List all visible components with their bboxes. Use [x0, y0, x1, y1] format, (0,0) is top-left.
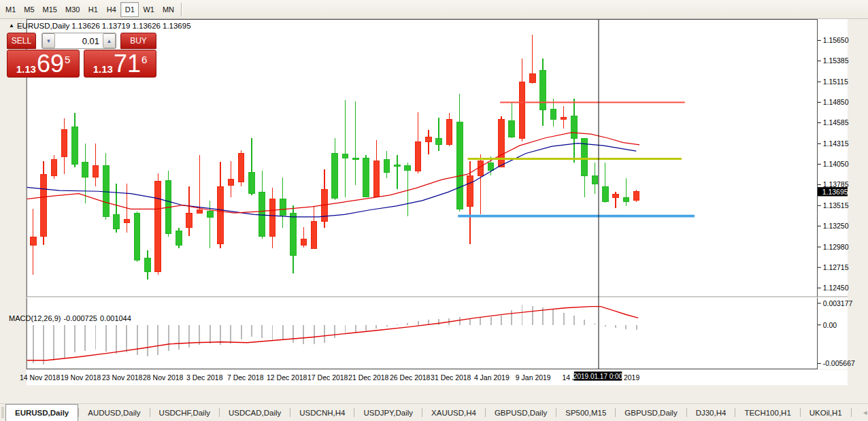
svg-text:14 Nov 2018: 14 Nov 2018 [20, 374, 61, 382]
macd-name: MACD(12,26,9) [9, 314, 61, 322]
svg-text:1.14050: 1.14050 [823, 161, 849, 168]
tabbar-grip[interactable] [1, 407, 4, 418]
svg-text:1.15115: 1.15115 [823, 78, 848, 86]
svg-text:21 Dec 2018: 21 Dec 2018 [348, 374, 389, 382]
timeframe-button-h1[interactable]: H1 [84, 2, 102, 17]
timeframe-button-mn[interactable]: MN [158, 2, 178, 17]
svg-text:7 Dec 2018: 7 Dec 2018 [227, 374, 264, 382]
timeframe-button-d1[interactable]: D1 [120, 2, 139, 17]
svg-text:2019: 2019 [624, 374, 639, 382]
sell-price-big: 69 [37, 54, 64, 74]
svg-text:1.15385: 1.15385 [823, 57, 849, 65]
volume-increase-button[interactable]: ▲ [103, 33, 116, 48]
svg-text:1.13250: 1.13250 [823, 222, 849, 230]
macd-value2: 0.001044 [100, 314, 131, 322]
macd-indicator-label: MACD(12,26,9)-0.0007250.001044 [9, 314, 134, 322]
svg-text:1.14585: 1.14585 [823, 119, 849, 127]
svg-text:1.14315: 1.14315 [823, 140, 849, 148]
tab-scroll-arrows: ◄ ► [851, 404, 868, 421]
chart-tab-gbpusd-daily[interactable]: GBPUSD,Daily [616, 404, 686, 421]
chart-tab-xauusd-h4[interactable]: XAUUSD,H4 [422, 404, 485, 421]
svg-text:28 Nov 2018: 28 Nov 2018 [143, 374, 184, 382]
svg-text:9 Jan 2019: 9 Jan 2019 [516, 374, 551, 382]
timeframe-button-m1[interactable]: M1 [1, 2, 20, 17]
buy-button[interactable]: BUY [120, 33, 156, 49]
timeframe-button-w1[interactable]: W1 [139, 2, 158, 17]
chart-tab-usdjpy-daily[interactable]: USDJPY,Daily [354, 404, 422, 421]
chart-tab-eurusd-daily[interactable]: EURUSD,Daily [5, 404, 78, 421]
chart-tab-sp500-m15[interactable]: SP500,M15 [556, 404, 615, 421]
svg-text:31 Dec 2018: 31 Dec 2018 [431, 374, 471, 382]
tabs-host: EURUSD,DailyAUDUSD,DailyUSDCHF,DailyUSDC… [5, 404, 851, 421]
macd-value1: -0.000725 [63, 314, 97, 322]
chart-window: 1.156501.153851.151151.148501.145851.143… [0, 19, 868, 403]
chart-tab-usdcnh-h4[interactable]: USDCNH,H4 [290, 404, 354, 421]
timeframe-button-m15[interactable]: M15 [39, 2, 61, 17]
chart-tab-audusd-daily[interactable]: AUDUSD,Daily [79, 404, 149, 421]
one-click-trade-panel: SELL ▼ ▲ BUY 1.13 69 5 1.13 71 6 [7, 33, 158, 78]
buy-price-prefix: 1.13 [93, 64, 113, 74]
open-value: 1.13626 [71, 22, 100, 30]
svg-text:0.00: 0.00 [823, 322, 837, 329]
chart-tab-tech100-h1[interactable]: TECH100,H1 [735, 404, 799, 421]
tab-separator [851, 408, 852, 417]
svg-text:1.12980: 1.12980 [823, 243, 849, 251]
ohlc-header: ▲EURUSD,Daily1.136261.137191.136261.1369… [9, 22, 193, 30]
chart-tab-bar: EURUSD,DailyAUDUSD,DailyUSDCHF,DailyUSDC… [0, 403, 868, 421]
tabs-scroll-left-icon[interactable]: ◄ [858, 409, 868, 416]
close-value: 1.13695 [163, 22, 191, 30]
toolbar-separator [181, 3, 182, 16]
volume-stepper: ▼ ▲ [41, 33, 116, 49]
svg-text:3 Dec 2018: 3 Dec 2018 [186, 374, 223, 382]
sell-price-prefix: 1.13 [16, 64, 36, 74]
symbol-period-label: EURUSD,Daily [17, 22, 69, 30]
chart-tab-usdcad-daily[interactable]: USDCAD,Daily [220, 404, 290, 421]
svg-text:4 Jan 2019: 4 Jan 2019 [474, 374, 510, 382]
svg-text:17 Dec 2018: 17 Dec 2018 [307, 374, 348, 382]
timeframe-button-h4[interactable]: H4 [102, 2, 120, 17]
svg-text:23 Nov 2018: 23 Nov 2018 [102, 374, 143, 382]
chart-tab-dj30-h4[interactable]: DJ30,H4 [687, 404, 735, 421]
sell-quote-box[interactable]: 1.13 69 5 [7, 50, 80, 78]
svg-text:1.12715: 1.12715 [823, 264, 849, 271]
date-axis-labels: 14 Nov 201819 Nov 201823 Nov 201828 Nov … [20, 374, 639, 382]
sell-price-pip: 5 [65, 54, 70, 65]
low-value: 1.13626 [132, 22, 161, 30]
chart-tab-ukoil-h1[interactable]: UKOil,H1 [801, 404, 851, 421]
current-price-tag-text: 1.13695 [822, 188, 848, 196]
svg-text:12 Dec 2018: 12 Dec 2018 [267, 374, 307, 382]
date-marker-text: 2019.01.17 0:00 [573, 373, 623, 380]
buy-price-pip: 6 [141, 54, 147, 65]
svg-text:19 Nov 2018: 19 Nov 2018 [61, 374, 101, 382]
timeframe-button-m30[interactable]: M30 [61, 2, 84, 17]
svg-text:1.14850: 1.14850 [823, 99, 849, 106]
svg-text:1.13515: 1.13515 [823, 202, 849, 209]
chart-tab-gbpusd-daily[interactable]: GBPUSD,Daily [486, 404, 556, 421]
chart-tab-usdchf-daily[interactable]: USDCHF,Daily [150, 404, 219, 421]
volume-input[interactable] [55, 33, 103, 48]
svg-text:-0.005667: -0.005667 [823, 360, 855, 367]
svg-text:0.003177: 0.003177 [823, 300, 853, 307]
timeframe-button-m5[interactable]: M5 [20, 2, 38, 17]
high-value: 1.13719 [102, 22, 131, 30]
sell-button[interactable]: SELL [7, 33, 36, 49]
svg-text:26 Dec 2018: 26 Dec 2018 [390, 374, 431, 382]
volume-decrease-button[interactable]: ▼ [42, 33, 55, 48]
svg-text:1.15650: 1.15650 [823, 37, 849, 44]
svg-text:1.12450: 1.12450 [823, 284, 849, 292]
timeframe-toolbar: M1M5M15M30H1H4D1W1MN [0, 0, 868, 19]
buy-price-big: 71 [114, 54, 141, 74]
collapse-triangle-icon[interactable]: ▲ [9, 22, 14, 29]
buy-quote-box[interactable]: 1.13 71 6 [84, 50, 156, 78]
